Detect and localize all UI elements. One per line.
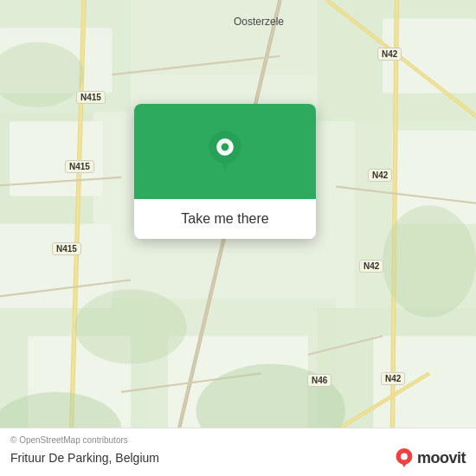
svg-rect-4 [131, 0, 318, 74]
road-label-n415-bot: N415 [52, 242, 81, 255]
popup-card: Take me there [134, 104, 316, 239]
road-label-n42-mid: N42 [368, 169, 392, 182]
road-label-n415-mid: N415 [65, 160, 94, 173]
svg-rect-11 [0, 224, 112, 308]
svg-marker-41 [217, 156, 232, 169]
take-me-there-button[interactable]: Take me there [134, 199, 316, 239]
bottom-bar-content: Frituur De Parking, Belgium moovit [10, 448, 466, 467]
bottom-bar: © OpenStreetMap contributors Frituur De … [0, 428, 476, 476]
svg-point-34 [74, 289, 186, 363]
road-label-n415-top: N415 [76, 91, 106, 104]
map-container: Oosterzele N415 N415 N415 N42 N42 N42 N4… [0, 0, 476, 476]
road-label-n46: N46 [307, 374, 331, 387]
attribution-text: © OpenStreetMap contributors [10, 435, 466, 445]
road-label-n42-bot: N42 [381, 372, 405, 385]
road-label-n42-low: N42 [359, 260, 383, 273]
town-label: Oosterzele [234, 16, 284, 28]
svg-point-35 [383, 205, 476, 317]
svg-point-44 [401, 453, 408, 460]
moovit-pin-icon [395, 448, 414, 467]
place-name: Frituur De Parking, Belgium [10, 451, 159, 465]
moovit-logo: moovit [395, 448, 466, 467]
location-pin-icon [204, 131, 246, 172]
moovit-text: moovit [417, 449, 466, 467]
svg-point-40 [222, 144, 229, 151]
popup-top [134, 104, 316, 199]
svg-rect-15 [373, 336, 476, 439]
road-label-n42-top: N42 [377, 48, 402, 61]
popup-button-label: Take me there [181, 211, 268, 227]
